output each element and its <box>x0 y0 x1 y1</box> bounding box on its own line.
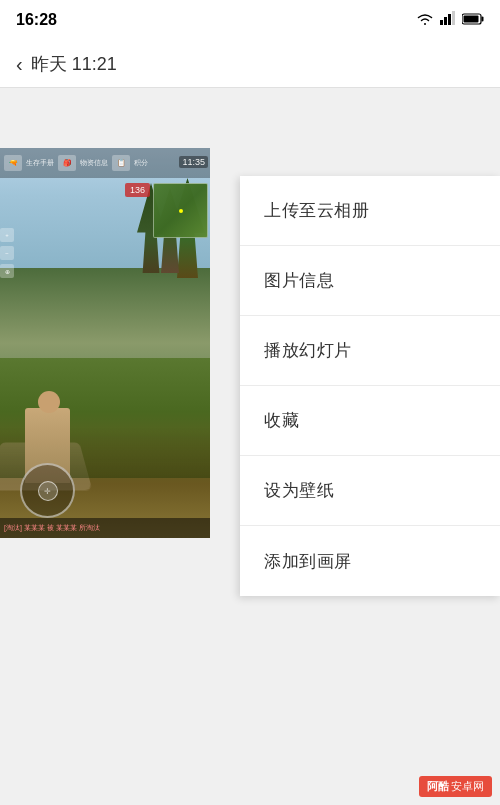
ctrl-btn-3: ⊕ <box>0 264 14 278</box>
menu-item-favorite[interactable]: 收藏 <box>240 386 500 456</box>
svg-rect-5 <box>482 17 484 22</box>
status-bar: 16:28 <box>0 0 500 40</box>
hud-icon-1: 🔫 <box>4 155 22 171</box>
status-icons <box>416 11 484 29</box>
nav-bar: ‹ 昨天 11:21 <box>0 40 500 88</box>
wifi-icon <box>416 12 434 29</box>
svg-rect-3 <box>452 11 455 25</box>
context-menu: 上传至云相册 图片信息 播放幻灯片 收藏 设为壁纸 添加到画屏 <box>240 176 500 596</box>
signal-icon <box>440 11 456 29</box>
content-area: + − ⊕ 🔫 生存手册 🎒 物资信息 📋 积分 136 11:35 ✛ <box>0 88 500 805</box>
back-arrow-icon: ‹ <box>16 54 23 74</box>
hud-label-1: 生存手册 <box>26 158 54 168</box>
hud-label-3: 积分 <box>134 158 148 168</box>
watermark-site: 安卓网 <box>451 779 484 794</box>
game-timer: 11:35 <box>179 156 208 168</box>
ctrl-btn-1: + <box>0 228 14 242</box>
nav-title: 昨天 11:21 <box>31 52 117 76</box>
ctrl-btn-2: − <box>0 246 14 260</box>
svg-rect-6 <box>464 16 479 23</box>
hud-icon-2: 🎒 <box>58 155 76 171</box>
menu-item-slideshow[interactable]: 播放幻灯片 <box>240 316 500 386</box>
menu-item-upload-cloud[interactable]: 上传至云相册 <box>240 176 500 246</box>
joystick-inner: ✛ <box>38 481 58 501</box>
game-left-controls: + − ⊕ <box>0 228 16 278</box>
menu-item-image-info[interactable]: 图片信息 <box>240 246 500 316</box>
back-button[interactable]: ‹ <box>16 54 23 74</box>
mini-map-player-dot <box>179 209 183 213</box>
menu-item-add-to-screen[interactable]: 添加到画屏 <box>240 526 500 596</box>
svg-rect-1 <box>444 17 447 25</box>
kill-count-badge: 136 <box>125 183 150 197</box>
game-bottom-bar: [淘汰] 某某某 被 某某某 所淘汰 <box>0 518 210 538</box>
page-watermark: 阿酷 安卓网 <box>419 776 492 797</box>
hud-label-2: 物资信息 <box>80 158 108 168</box>
status-time: 16:28 <box>16 11 57 29</box>
svg-rect-2 <box>448 14 451 25</box>
mini-map <box>153 183 208 238</box>
game-joystick: ✛ <box>20 463 75 518</box>
watermark-container: 阿酷 安卓网 <box>419 776 492 797</box>
svg-rect-0 <box>440 20 443 25</box>
menu-item-set-wallpaper[interactable]: 设为壁纸 <box>240 456 500 526</box>
game-screenshot: + − ⊕ 🔫 生存手册 🎒 物资信息 📋 积分 136 11:35 ✛ <box>0 148 210 538</box>
game-bottom-text: [淘汰] 某某某 被 某某某 所淘汰 <box>4 523 100 533</box>
battery-icon <box>462 11 484 29</box>
watermark-logo: 阿酷 <box>427 779 449 794</box>
hud-icon-3: 📋 <box>112 155 130 171</box>
